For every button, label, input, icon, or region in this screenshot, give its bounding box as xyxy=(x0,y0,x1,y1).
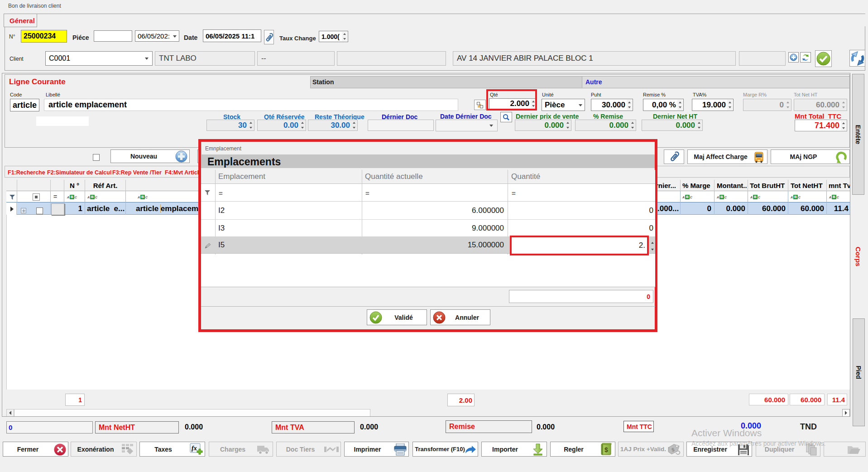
svg-text:fx: fx xyxy=(192,445,197,452)
svg-text:$: $ xyxy=(604,446,608,453)
